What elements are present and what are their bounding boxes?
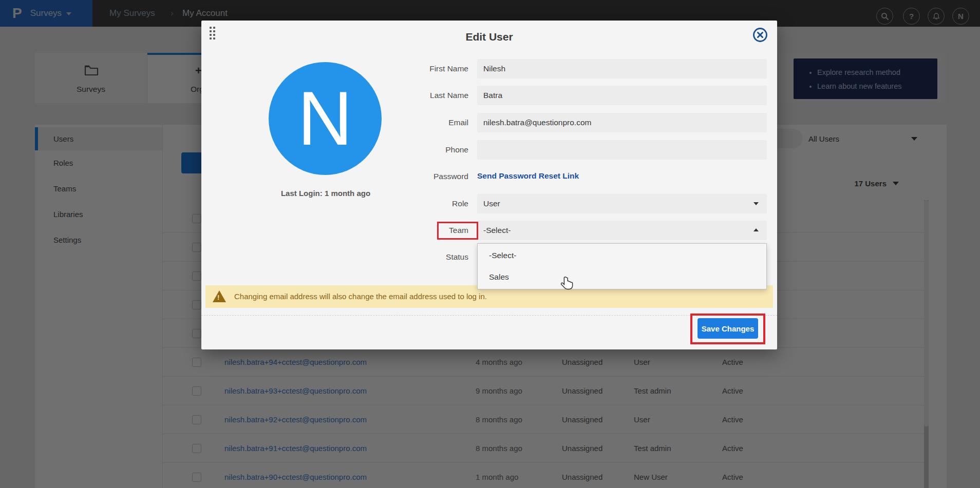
first-name-field[interactable] [477, 59, 767, 79]
team-option-sales[interactable]: Sales [478, 266, 766, 288]
phone-label: Phone [397, 144, 468, 155]
modal-title: Edit User [201, 31, 777, 43]
role-select[interactable]: User [477, 194, 767, 213]
status-label: Status [397, 251, 468, 263]
first-name-label: First Name [397, 63, 468, 74]
last-name-label: Last Name [397, 90, 468, 101]
team-value: -Select- [483, 226, 511, 235]
edit-user-modal: Edit User N Last Login: 1 month ago Firs… [201, 21, 777, 349]
chevron-up-icon [753, 228, 759, 231]
team-select[interactable]: -Select- [477, 221, 767, 240]
warning-exclamation: ! [217, 294, 219, 301]
phone-field[interactable] [477, 140, 767, 160]
role-value: User [483, 199, 500, 208]
last-name-field[interactable] [477, 86, 767, 105]
password-reset-link[interactable]: Send Password Reset Link [477, 171, 579, 181]
password-label: Password [397, 171, 468, 182]
team-dropdown-menu: -Select- Sales [477, 243, 767, 289]
avatar-initial: N [298, 81, 353, 157]
warning-text: Changing email address will also change … [234, 285, 487, 308]
mouse-pointer-hand-icon [561, 276, 573, 290]
user-avatar-large: N [269, 62, 382, 175]
email-field[interactable] [477, 113, 767, 132]
team-option-select[interactable]: -Select- [478, 245, 766, 266]
annotation-highlight-team [437, 222, 478, 240]
role-label: Role [397, 198, 468, 209]
chevron-down-icon [753, 202, 759, 205]
last-login-text: Last Login: 1 month ago [259, 189, 392, 198]
email-label: Email [397, 117, 468, 128]
save-changes-button[interactable]: Save Changes [698, 318, 758, 339]
close-icon[interactable] [752, 27, 768, 43]
